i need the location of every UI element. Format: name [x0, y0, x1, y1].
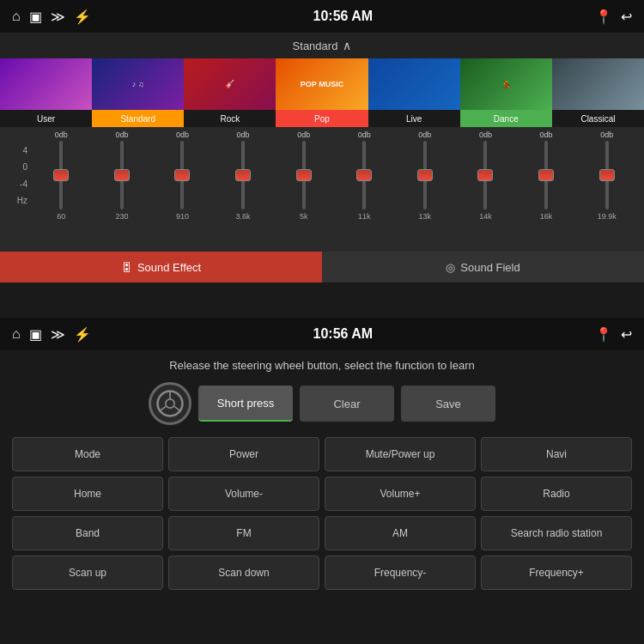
- eq-handle-910[interactable]: [174, 169, 190, 181]
- bottom-usb-icon[interactable]: ⚡: [74, 326, 91, 343]
- preset-dance[interactable]: 💃 Dance: [460, 58, 552, 127]
- bottom-back-icon[interactable]: ↩: [621, 326, 632, 343]
- eq-track-16k[interactable]: [544, 141, 548, 210]
- eq-track-3.6k[interactable]: [241, 141, 245, 210]
- eq-col-11k[interactable]: 0db 11k: [334, 131, 395, 221]
- func-btn-home[interactable]: Home: [12, 477, 163, 511]
- eq-handle-14k[interactable]: [477, 169, 493, 181]
- eq-handle-11k[interactable]: [356, 169, 372, 181]
- func-btn-volume-[interactable]: Volume-: [168, 477, 319, 511]
- location-icon: 📍: [595, 9, 612, 25]
- preset-bar[interactable]: Standard ∧: [0, 33, 644, 58]
- bottom-nav-icon[interactable]: ≫: [51, 326, 65, 343]
- eq-track-910[interactable]: [180, 141, 184, 210]
- clear-button[interactable]: Clear: [300, 386, 394, 422]
- preset-standard[interactable]: ♪ ♫ Standard: [92, 58, 184, 127]
- top-time: 10:56 AM: [313, 9, 374, 24]
- screen-icon[interactable]: ▣: [29, 9, 42, 25]
- func-btn-scan-up[interactable]: Scan up: [12, 556, 163, 590]
- eq-col-14k[interactable]: 0db 14k: [455, 131, 516, 221]
- eq-col-13k[interactable]: 0db 13k: [395, 131, 456, 221]
- func-btn-scan-down[interactable]: Scan down: [168, 556, 319, 590]
- eq-col-60[interactable]: 0db 60: [31, 131, 92, 221]
- preset-dance-label: Dance: [460, 110, 552, 127]
- eq-handle-16k[interactable]: [538, 169, 554, 181]
- eq-track-5k[interactable]: [302, 141, 306, 210]
- eq-freq-3.6k: 3.6k: [236, 212, 251, 221]
- bottom-status-icons: ⌂ ▣ ≫ ⚡: [12, 326, 91, 343]
- eq-db-val-11k: 0db: [358, 131, 371, 139]
- func-btn-search-radio-station[interactable]: Search radio station: [481, 516, 632, 550]
- func-btn-power[interactable]: Power: [168, 437, 319, 471]
- top-status-right: 📍 ↩: [595, 9, 632, 25]
- preset-live-label: Live: [368, 110, 460, 127]
- eq-freq-14k: 14k: [479, 212, 492, 221]
- usb-icon[interactable]: ⚡: [74, 9, 91, 25]
- eq-freq-16k: 16k: [540, 212, 553, 221]
- eq-col-3.6k[interactable]: 0db 3.6k: [213, 131, 274, 221]
- preset-user[interactable]: User: [0, 58, 92, 127]
- tab-sound-effect[interactable]: 🎛 Sound Effect: [0, 252, 322, 283]
- tab-sound-field-label: Sound Field: [460, 261, 519, 274]
- eq-track-19.9k[interactable]: [605, 141, 609, 210]
- top-status-bar: ⌂ ▣ ≫ ⚡ 10:56 AM 📍 ↩: [0, 0, 644, 33]
- func-btn-volume+[interactable]: Volume+: [325, 477, 476, 511]
- preset-rock[interactable]: 🎸 Rock: [184, 58, 276, 127]
- eq-track-13k[interactable]: [423, 141, 427, 210]
- func-btn-frequency-[interactable]: Frequency-: [325, 556, 476, 590]
- eq-track-14k[interactable]: [483, 141, 487, 210]
- eq-col-19.9k[interactable]: 0db 19.9k: [576, 131, 637, 221]
- preset-live[interactable]: Live: [368, 58, 460, 127]
- tab-sound-effect-label: Sound Effect: [137, 261, 201, 274]
- eq-db-val-19.9k: 0db: [600, 131, 613, 139]
- eq-handle-19.9k[interactable]: [599, 169, 615, 181]
- eq-track-11k[interactable]: [362, 141, 366, 210]
- eq-db-val-5k: 0db: [297, 131, 310, 139]
- eq-db-val-910: 0db: [176, 131, 189, 139]
- eq-freq-11k: 11k: [358, 212, 371, 221]
- func-btn-radio[interactable]: Radio: [481, 477, 632, 511]
- bottom-home-icon[interactable]: ⌂: [12, 326, 21, 342]
- eq-col-910[interactable]: 0db 910: [152, 131, 213, 221]
- eq-col-230[interactable]: 0db 230: [92, 131, 153, 221]
- preset-standard-label: Standard: [92, 110, 184, 127]
- eq-sliders-container: 4 0 -4 Hz 0db 60 0db 230 0db: [0, 127, 644, 252]
- nav-icon[interactable]: ≫: [51, 9, 65, 25]
- back-icon[interactable]: ↩: [621, 9, 632, 25]
- preset-classical[interactable]: Classical: [552, 58, 644, 127]
- eq-db-val-13k: 0db: [418, 131, 431, 139]
- func-btn-mode[interactable]: Mode: [12, 437, 163, 471]
- save-button[interactable]: Save: [401, 386, 495, 422]
- func-btn-am[interactable]: AM: [325, 516, 476, 550]
- eq-handle-230[interactable]: [114, 169, 130, 181]
- eq-handle-3.6k[interactable]: [235, 169, 251, 181]
- bottom-screen-icon[interactable]: ▣: [29, 326, 42, 343]
- steering-wheel-icon: [149, 382, 191, 425]
- eq-handle-13k[interactable]: [417, 169, 433, 181]
- top-status-icons: ⌂ ▣ ≫ ⚡: [12, 9, 91, 25]
- eq-freq-19.9k: 19.9k: [598, 212, 617, 221]
- control-row: Short press Clear Save: [0, 379, 644, 428]
- eq-handle-60[interactable]: [53, 169, 69, 181]
- eq-freq-13k: 13k: [419, 212, 432, 221]
- eq-track-230[interactable]: [120, 141, 124, 210]
- eq-col-5k[interactable]: 0db 5k: [273, 131, 334, 221]
- func-btn-frequency+[interactable]: Frequency+: [481, 556, 632, 590]
- home-icon[interactable]: ⌂: [12, 9, 21, 24]
- bottom-location-icon: 📍: [595, 326, 612, 343]
- function-grid: ModePowerMute/Power upNaviHomeVolume-Vol…: [0, 434, 644, 593]
- eq-sliders-row: 0db 60 0db 230 0db 910 0db 3.6k 0db: [31, 131, 637, 221]
- eq-col-16k[interactable]: 0db 16k: [516, 131, 577, 221]
- eq-track-60[interactable]: [59, 141, 63, 210]
- preset-rock-label: Rock: [184, 110, 276, 127]
- short-press-button[interactable]: Short press: [198, 386, 293, 422]
- func-btn-band[interactable]: Band: [12, 516, 163, 550]
- eq-handle-5k[interactable]: [296, 169, 312, 181]
- sound-effect-icon: 🎛: [121, 261, 132, 274]
- func-btn-navi[interactable]: Navi: [481, 437, 632, 471]
- func-btn-fm[interactable]: FM: [168, 516, 319, 550]
- preset-chevron-icon[interactable]: ∧: [343, 39, 351, 52]
- func-btn-mute-power-up[interactable]: Mute/Power up: [325, 437, 476, 471]
- tab-sound-field[interactable]: ◎ Sound Field: [322, 252, 644, 283]
- preset-pop[interactable]: POP MUSIC Pop: [276, 58, 368, 127]
